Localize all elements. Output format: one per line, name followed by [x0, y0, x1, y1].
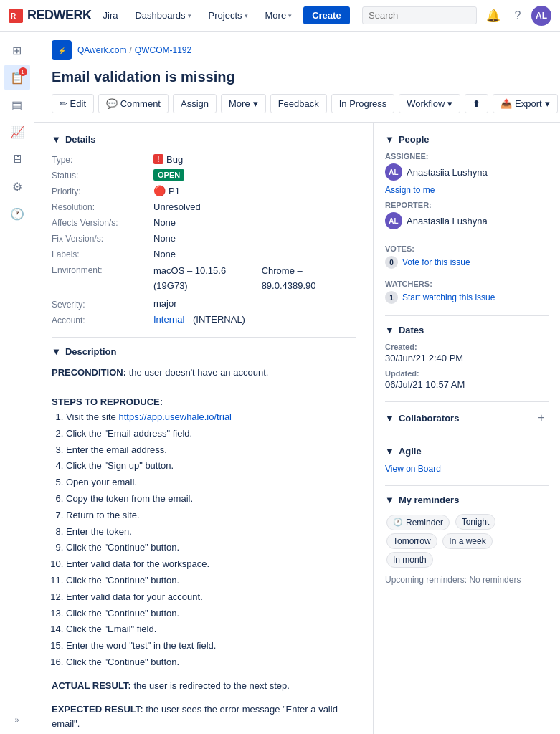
- severity-label: Severity:: [52, 298, 145, 310]
- list-item: Click the "Continue" button.: [66, 540, 356, 556]
- people-label: People: [399, 134, 430, 145]
- votes-row: 0 Vote for this issue: [385, 256, 549, 269]
- list-item: Open your email.: [66, 475, 356, 490]
- assign-button[interactable]: Assign: [173, 94, 217, 113]
- people-section: ▼ People Assignee: AL Anastasiia Lushyna…: [385, 134, 549, 304]
- chevron-down-icon: ▾: [545, 98, 550, 109]
- resolution-value: Unresolved: [153, 201, 356, 212]
- priority-label: Priority:: [52, 185, 145, 196]
- nav-projects[interactable]: Projects ▾: [203, 7, 254, 24]
- chevron-down-icon: ▼: [52, 346, 61, 357]
- edit-button[interactable]: ✏ Edit: [52, 94, 94, 113]
- list-item: Click the "Continue" button.: [66, 655, 356, 670]
- nav-jira: Jira: [98, 7, 124, 24]
- environment-label: Environment:: [52, 264, 145, 294]
- watchers-count: 1: [385, 291, 398, 304]
- comment-button[interactable]: 💬 Comment: [98, 94, 169, 113]
- affects-value: None: [153, 216, 356, 228]
- description-label: Description: [65, 346, 117, 357]
- assignee-name: Anastasiia Lushyna: [407, 167, 488, 178]
- reporter-name: Anastasiia Lushyna: [407, 216, 488, 227]
- trial-link[interactable]: https://app.usewhale.io/trial: [118, 411, 232, 422]
- chevron-down-icon: ▾: [288, 12, 292, 19]
- description-section: ▼ Description PRECONDITION: the user doe…: [52, 346, 356, 733]
- precondition-text: PRECONDITION: the user doesn't have an a…: [52, 366, 356, 381]
- tonight-button[interactable]: Tonight: [455, 514, 496, 530]
- breadcrumb-issue[interactable]: QWCOM-1192: [135, 45, 191, 55]
- list-item: Enter valid data for the workspace.: [66, 557, 356, 572]
- reminder-button[interactable]: 🕐 Reminder: [386, 515, 450, 530]
- more-button[interactable]: More ▾: [221, 94, 266, 113]
- top-navigation: R REDWERK Jira Dashboards ▾ Projects ▾ M…: [0, 0, 560, 32]
- watch-link[interactable]: Start watching this issue: [402, 292, 495, 302]
- account-link[interactable]: Internal: [153, 314, 184, 325]
- export-button[interactable]: 📤 Export ▾: [493, 94, 557, 113]
- reminders-section-header[interactable]: ▼ My reminders: [385, 495, 549, 505]
- priority-value: 🔴 P1: [153, 185, 356, 196]
- issue-header: Email validation is missing: [34, 66, 560, 94]
- assign-to-me-link[interactable]: Assign to me: [385, 185, 549, 195]
- project-icon: ⚡: [52, 40, 72, 60]
- vote-link[interactable]: Vote for this issue: [402, 257, 470, 267]
- chevron-down-icon: ▼: [385, 325, 394, 335]
- list-item: Enter valid data for your account.: [66, 590, 356, 605]
- tomorrow-button[interactable]: Tomorrow: [386, 533, 437, 549]
- reporter-label: Reporter:: [385, 201, 549, 209]
- description-header[interactable]: ▼ Description: [52, 346, 356, 357]
- workflow-button[interactable]: Workflow ▾: [399, 94, 460, 113]
- reporter-row: AL Anastasiia Lushyna: [385, 212, 549, 229]
- in-a-week-button[interactable]: In a week: [442, 533, 492, 549]
- upcoming-reminders: Upcoming reminders: No reminders: [385, 575, 549, 585]
- people-section-header[interactable]: ▼ People: [385, 134, 549, 145]
- clock-icon: 🕐: [393, 518, 403, 527]
- sidebar-icon-dashboard[interactable]: ▤: [4, 92, 30, 118]
- dates-section-header[interactable]: ▼ Dates: [385, 325, 549, 335]
- details-section: ▼ Details Type: Bug Status: OPEN Pr: [52, 134, 356, 325]
- chevron-down-icon: ▾: [188, 12, 191, 19]
- right-sidebar: ▼ People Assignee: AL Anastasiia Lushyna…: [374, 123, 560, 734]
- assignee-label: Assignee:: [385, 152, 549, 161]
- expected-result: EXPECTED RESULT: the user sees the error…: [52, 702, 356, 733]
- main-content: ⚡ QAwerk.com / QWCOM-1192 Email validati…: [34, 32, 560, 734]
- in-month-button[interactable]: In month: [386, 552, 433, 568]
- notification-badge: 1: [19, 67, 27, 76]
- assignee-row: AL Anastasiia Lushyna: [385, 163, 549, 181]
- issue-body: ▼ Details Type: Bug Status: OPEN Pr: [34, 123, 560, 734]
- sidebar-icon-grid[interactable]: ⊞: [4, 37, 30, 63]
- affects-label: Affects Version/s:: [52, 216, 145, 228]
- search-input[interactable]: [362, 6, 477, 24]
- labels-label: Labels:: [52, 248, 145, 259]
- nav-more[interactable]: More ▾: [260, 7, 298, 24]
- sidebar-icon-monitor[interactable]: 🖥: [4, 146, 30, 172]
- add-collaborator-button[interactable]: +: [534, 411, 549, 425]
- help-button[interactable]: ?: [507, 5, 528, 27]
- list-item: Visit the site https://app.usewhale.io/t…: [66, 410, 356, 425]
- layout: ⊞ 📋 1 ▤ 📈 🖥 ⚙ 🕐 » ⚡ QAwerk.com / QWCOM-1…: [0, 32, 560, 734]
- breadcrumb-site[interactable]: QAwerk.com: [77, 45, 126, 55]
- details-section-header[interactable]: ▼ Details: [52, 134, 356, 145]
- resolution-label: Resolution:: [52, 201, 145, 212]
- type-label: Type:: [52, 153, 145, 165]
- logo[interactable]: R REDWERK: [9, 8, 92, 23]
- sidebar-icon-chart[interactable]: 📈: [4, 119, 30, 145]
- chevron-down-icon: ▾: [447, 98, 452, 109]
- avatar[interactable]: AL: [531, 6, 551, 26]
- svg-text:⚡: ⚡: [58, 47, 67, 55]
- agile-section-header[interactable]: ▼ Agile: [385, 446, 549, 457]
- collaborators-section-header[interactable]: ▼ Collaborators +: [385, 411, 549, 425]
- in-progress-button[interactable]: In Progress: [331, 94, 394, 113]
- steps-list: Visit the site https://app.usewhale.io/t…: [52, 410, 356, 670]
- create-button[interactable]: Create: [303, 6, 349, 24]
- notification-button[interactable]: 🔔: [483, 5, 504, 27]
- sidebar-icon-clock[interactable]: 🕐: [4, 201, 30, 227]
- agile-section: ▼ Agile View on Board: [385, 446, 549, 474]
- nav-dashboards[interactable]: Dashboards ▾: [129, 7, 196, 24]
- breadcrumb-separator: /: [129, 45, 131, 55]
- sidebar-expand-button[interactable]: »: [4, 711, 30, 728]
- view-on-board-link[interactable]: View on Board: [385, 464, 549, 474]
- sidebar-icon-board[interactable]: 📋 1: [4, 65, 30, 90]
- issue-title: Email validation is missing: [52, 69, 543, 85]
- sidebar-icon-settings[interactable]: ⚙: [4, 173, 30, 199]
- feedback-button[interactable]: Feedback: [270, 94, 327, 113]
- share-button[interactable]: ⬆: [465, 94, 488, 113]
